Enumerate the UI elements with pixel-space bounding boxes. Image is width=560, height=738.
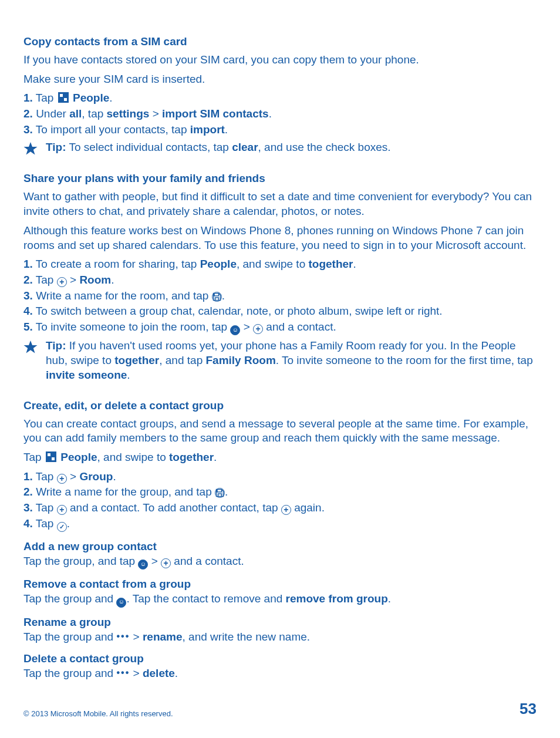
step-text: Under	[33, 107, 69, 120]
step-text: To create a room for sharing, tap	[33, 258, 200, 270]
step-number: 2.	[23, 486, 33, 498]
step-number: 1.	[23, 258, 33, 270]
step-number: 3.	[23, 501, 33, 514]
step: 4. To switch between a group chat, calen…	[23, 304, 537, 319]
star-icon	[23, 141, 38, 156]
step-text: >	[240, 321, 253, 333]
bold-text: People	[200, 258, 237, 270]
people-icon	[138, 560, 148, 569]
step-number: 4.	[23, 517, 33, 530]
step-text: Tap the group and	[23, 667, 116, 679]
bold-text: import	[190, 123, 225, 136]
step-text: again.	[291, 501, 325, 514]
step-text: and a contact.	[263, 321, 336, 333]
page-footer: © 2013 Microsoft Mobile. All rights rese…	[23, 700, 537, 718]
step-text: >	[149, 107, 162, 120]
step-text: , and swipe to	[237, 258, 309, 270]
step-text: and a contact.	[171, 555, 244, 567]
step-text: Tap the group, and tap	[23, 555, 138, 567]
step-number: 1.	[23, 92, 33, 104]
tip-text: , and use the check boxes.	[258, 141, 391, 153]
step-text: .	[222, 289, 225, 302]
document-page: Copy contacts from a SIM card If you hav…	[0, 0, 560, 738]
step-number: 1.	[23, 470, 33, 483]
step-text: . Tap the contact to remove and	[126, 592, 285, 605]
bold-text: rename	[143, 631, 183, 643]
step-text: Tap	[33, 470, 57, 483]
step-text: .	[113, 470, 116, 483]
step: 4. Tap .	[23, 517, 537, 532]
step-text: >	[67, 470, 80, 483]
subheading-delete-group: Delete a contact group	[23, 652, 537, 665]
save-icon	[212, 292, 222, 302]
paragraph: Tap People, and swipe to together.	[23, 450, 537, 465]
step-text: .	[388, 592, 391, 605]
step: 3. To import all your contacts, tap impo…	[23, 123, 537, 137]
more-icon: •••	[116, 667, 130, 679]
step-text: .	[111, 274, 114, 286]
step-text: .	[175, 667, 178, 679]
step: 1. To create a room for sharing, tap Peo…	[23, 257, 537, 272]
plus-icon	[253, 324, 263, 334]
bold-text: together	[169, 451, 214, 463]
bold-text: Group	[79, 470, 113, 483]
tip-label: Tip:	[46, 339, 66, 352]
step-number: 2.	[23, 107, 33, 120]
people-icon	[116, 598, 126, 608]
tip-label: Tip:	[46, 141, 66, 153]
step: 1. Tap > Group.	[23, 470, 537, 484]
step: Tap the group and . Tap the contact to r…	[23, 592, 537, 608]
plus-icon	[161, 558, 171, 568]
step-text: Tap	[33, 274, 57, 286]
step-text: Tap the group and	[23, 592, 116, 605]
paragraph: Although this feature works best on Wind…	[23, 224, 537, 252]
subheading-rename-group: Rename a group	[23, 616, 537, 629]
svg-marker-0	[24, 142, 38, 155]
step-text: To switch between a group chat, calendar…	[33, 305, 443, 317]
step-text: Write a name for the room, and tap	[33, 289, 212, 302]
step-text: , and write the new name.	[183, 631, 311, 643]
step-text: and a contact. To add another contact, t…	[67, 501, 281, 514]
step-number: 4.	[23, 305, 33, 317]
step-number: 3.	[23, 123, 33, 136]
page-number: 53	[519, 700, 537, 718]
step-number: 3.	[23, 289, 33, 302]
step-text: >	[133, 667, 143, 679]
step-text: .	[353, 258, 356, 270]
plus-icon	[57, 277, 67, 287]
step: 3. Write a name for the room, and tap .	[23, 289, 537, 304]
save-icon	[215, 488, 225, 498]
step-text: To import all your contacts, tap	[33, 123, 190, 136]
step-text: To invite someone to join the room, tap	[33, 321, 231, 333]
heading-copy-contacts: Copy contacts from a SIM card	[23, 35, 537, 48]
text: .	[214, 451, 217, 463]
subheading-remove-contact: Remove a contact from a group	[23, 578, 537, 591]
tip-block: Tip: If you haven't used rooms yet, your…	[23, 339, 537, 382]
bold-text: together	[114, 354, 159, 366]
step-number: 5.	[23, 321, 33, 333]
step-text: .	[225, 123, 228, 136]
tip-text: . To invite someone to the room for the …	[276, 354, 533, 366]
paragraph: Make sure your SIM card is inserted.	[23, 72, 537, 87]
heading-share-plans: Share your plans with your family and fr…	[23, 172, 537, 185]
step-text: .	[67, 517, 70, 530]
bold-text: invite someone	[46, 369, 127, 381]
plus-icon	[281, 505, 291, 515]
step-text: >	[148, 555, 161, 567]
step-text: .	[269, 107, 272, 120]
step-text: Tap	[33, 92, 57, 104]
paragraph: Want to gather with people, but find it …	[23, 190, 537, 218]
bold-text: Room	[79, 274, 111, 286]
step-text: , tap	[82, 107, 106, 120]
step: Tap the group, and tap > and a contact.	[23, 554, 537, 570]
step: 3. Tap and a contact. To add another con…	[23, 501, 537, 515]
paragraph: If you have contacts stored on your SIM …	[23, 53, 537, 68]
star-icon	[23, 340, 38, 354]
step: Tap the group and ••• > delete.	[23, 666, 537, 681]
step-text: .	[225, 486, 228, 498]
step: 2. Write a name for the group, and tap .	[23, 485, 537, 500]
bold-text: clear	[232, 141, 258, 153]
people-icon	[230, 325, 240, 335]
subheading-add-contact: Add a new group contact	[23, 540, 537, 553]
bold-text: all	[69, 107, 82, 120]
